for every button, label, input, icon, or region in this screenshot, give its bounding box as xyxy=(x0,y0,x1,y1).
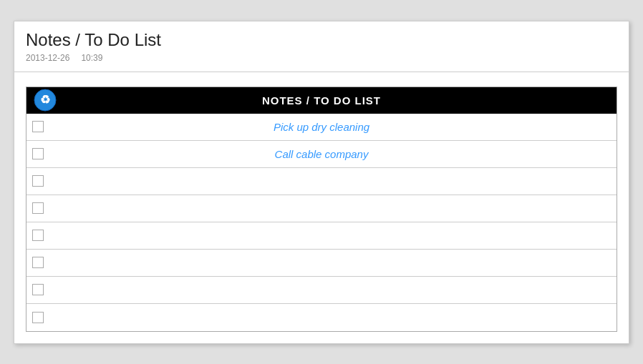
todo-checkbox[interactable] xyxy=(32,312,44,323)
window-title: Notes / To Do List xyxy=(26,30,617,50)
todo-item-text xyxy=(52,284,611,296)
app-window: Notes / To Do List 2013-12-26 10:39 ♻ NO… xyxy=(14,21,629,344)
todo-checkbox[interactable] xyxy=(32,121,44,132)
todo-item-text: Pick up dry cleaning xyxy=(52,121,611,133)
todo-item-text xyxy=(52,175,611,187)
todo-row xyxy=(26,277,617,304)
todo-checkbox[interactable] xyxy=(32,148,44,159)
todo-item-text: Call cable company xyxy=(52,148,611,160)
todo-checkbox[interactable] xyxy=(32,230,44,241)
todo-item-text xyxy=(52,257,611,269)
todo-table: ♻ NOTES / TO DO LIST Pick up dry cleanin… xyxy=(26,87,617,332)
todo-row xyxy=(26,304,617,331)
todo-header: ♻ NOTES / TO DO LIST xyxy=(26,87,617,114)
todo-row xyxy=(26,168,617,195)
svg-text:♻: ♻ xyxy=(40,94,51,106)
todo-item-text xyxy=(52,230,611,242)
todo-checkbox[interactable] xyxy=(32,175,44,187)
todo-item-text xyxy=(52,202,611,215)
todo-header-title: NOTES / TO DO LIST xyxy=(34,94,609,107)
todo-row xyxy=(26,195,617,222)
app-icon: ♻ xyxy=(34,89,57,112)
todo-checkbox[interactable] xyxy=(32,202,44,214)
todo-row: Call cable company xyxy=(26,141,617,168)
todo-row xyxy=(26,222,617,250)
window-header: Notes / To Do List 2013-12-26 10:39 xyxy=(14,21,629,72)
todo-item-text xyxy=(52,311,611,323)
todo-row xyxy=(26,250,617,277)
window-date: 2013-12-26 xyxy=(26,53,69,63)
app-content: ♻ NOTES / TO DO LIST Pick up dry cleanin… xyxy=(14,72,629,343)
todo-row: Pick up dry cleaning xyxy=(26,114,617,141)
todo-checkbox[interactable] xyxy=(32,284,44,295)
window-meta: 2013-12-26 10:39 xyxy=(26,51,617,69)
window-time: 10:39 xyxy=(81,53,102,63)
todo-checkbox[interactable] xyxy=(32,257,44,268)
